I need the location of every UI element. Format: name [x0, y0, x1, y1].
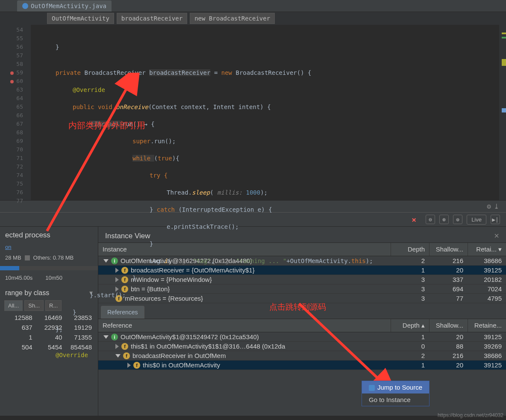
expand-icon[interactable]	[115, 344, 119, 349]
tab-filename: OutOfMemActivity.java	[31, 3, 106, 9]
table-row[interactable]: fthis$1 in OutOfMemActivity$1$1@316…6448…	[98, 342, 506, 351]
legend-swatch	[25, 255, 30, 260]
gear-icon[interactable]: ⚙	[487, 202, 491, 210]
instance-badge-icon: i	[111, 334, 118, 340]
annotation-label-2: 点击跳转到源码	[269, 302, 326, 313]
annotation-label: 内部类持有外部引用	[68, 120, 145, 131]
zoom-in-button[interactable]: ⊕	[439, 215, 449, 224]
table-row[interactable]: fthis$0 in OutOfMemActivity12039125	[98, 361, 506, 370]
field-badge-icon: f	[133, 362, 140, 369]
expand-icon[interactable]	[103, 335, 109, 339]
breadcrumb-item[interactable]: new BroadcastReceiver	[190, 13, 275, 24]
skip-end-button[interactable]: ▶|	[491, 215, 500, 224]
context-menu: Jump to Source Go to Instance	[362, 381, 430, 406]
sort-tab-all[interactable]: All...	[4, 300, 23, 311]
line-gutter: 54 55 56 57 58 59 60 63 64 65 66 67 68 6…	[0, 25, 31, 200]
table-row[interactable]: fbroadcastReceiver in OutOfMem221638686	[98, 351, 506, 361]
close-icon[interactable]: ×	[412, 215, 416, 224]
size-label: 28 MB	[5, 254, 21, 261]
source-icon	[369, 385, 375, 391]
watermark: https://blog.csdn.net/zr94032	[438, 412, 503, 418]
code-content[interactable]: } private BroadcastReceiver broadcastRec…	[31, 25, 373, 200]
download-icon[interactable]: ⤓	[494, 202, 499, 210]
code-editor[interactable]: 54 55 56 57 58 59 60 63 64 65 66 67 68 6…	[0, 25, 506, 200]
java-file-icon	[22, 3, 28, 9]
row-label: this$1 in OutOfMemActivity$1$1@316…6448 …	[131, 343, 285, 350]
table-row[interactable]: iOutOfMemActivity$1@315249472 (0x12ca534…	[98, 332, 506, 342]
expand-icon[interactable]	[127, 363, 131, 368]
breadcrumb-item[interactable]: OutOfMemActivity	[47, 13, 114, 24]
field-badge-icon: f	[121, 343, 128, 350]
editor-tab[interactable]: OutOfMemActivity.java	[17, 0, 112, 12]
minimap[interactable]	[499, 25, 506, 200]
row-label: broadcastReceiver in OutOfMem	[132, 352, 226, 359]
references-tab[interactable]: References	[101, 306, 144, 319]
row-label: OutOfMemActivity$1@315249472 (0x12ca5340…	[121, 333, 259, 340]
menu-go-to-instance[interactable]: Go to Instance	[362, 393, 429, 406]
breadcrumb-bar: OutOfMemActivity broadcastReceiver new B…	[0, 12, 506, 25]
menu-jump-to-source[interactable]: Jump to Source	[362, 381, 429, 393]
live-button[interactable]: Live	[467, 215, 486, 225]
field-badge-icon: f	[123, 352, 130, 359]
close-panel-icon[interactable]: ×	[494, 231, 499, 241]
breadcrumb-item[interactable]: broadcastReceiver	[117, 13, 187, 24]
editor-tab-bar: OutOfMemActivity.java	[0, 0, 506, 12]
zoom-out-button[interactable]: ⊖	[426, 215, 435, 224]
expand-icon[interactable]	[115, 354, 121, 358]
row-label: this$0 in OutOfMemActivity	[143, 361, 220, 369]
reset-zoom-button[interactable]: ⊚	[453, 215, 462, 224]
